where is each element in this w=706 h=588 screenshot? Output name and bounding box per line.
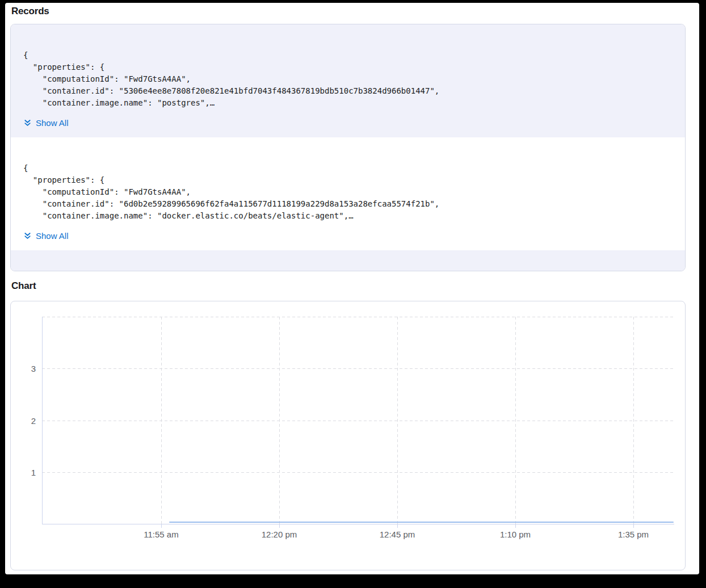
records-card[interactable]: { "properties": { "computationId": "Fwd7…: [10, 24, 686, 271]
chart-plot[interactable]: 12311:55 am12:20 pm12:45 pm1:10 pm1:35 p…: [11, 301, 685, 570]
record-row: { "properties": { "computationId": "Fwd7…: [11, 24, 685, 137]
x-axis-tick-label: 1:35 pm: [618, 530, 649, 539]
series-line: [169, 522, 674, 523]
show-all-label: Show All: [36, 231, 69, 241]
double-chevron-down-icon: [23, 232, 32, 240]
chart-section-title: Chart: [11, 280, 36, 292]
y-axis-line: [42, 317, 43, 524]
x-axis-tick-label: 1:10 pm: [500, 530, 531, 539]
gridline-vertical: [633, 317, 634, 524]
record-json: { "properties": { "computationId": "Fwd7…: [23, 49, 671, 109]
record-json: { "properties": { "computationId": "Fwd7…: [23, 162, 671, 222]
x-axis-tick: [161, 524, 162, 528]
gridline-horizontal: [42, 421, 674, 421]
record-row: { "properties": { "computationId": "Fwd7…: [11, 137, 685, 250]
x-axis-line: [42, 524, 674, 524]
gridline-vertical: [279, 317, 280, 524]
x-axis-tick-label: 12:45 pm: [380, 530, 415, 539]
x-axis-tick: [397, 524, 398, 528]
x-axis-tick: [515, 524, 516, 528]
gridline-horizontal: [42, 317, 674, 317]
gridline-horizontal: [42, 368, 674, 369]
y-axis-tick-label: 3: [11, 364, 36, 373]
page: Records { "properties": { "computationId…: [5, 3, 699, 574]
show-all-link[interactable]: Show All: [23, 118, 69, 128]
gridline-vertical: [515, 317, 516, 524]
y-axis-tick-label: 2: [11, 415, 36, 425]
chart-card: 12311:55 am12:20 pm12:45 pm1:10 pm1:35 p…: [10, 301, 686, 570]
x-axis-tick-label: 12:20 pm: [262, 530, 297, 539]
gridline-horizontal: [42, 472, 674, 473]
x-axis-tick: [279, 524, 280, 528]
show-all-label: Show All: [36, 118, 69, 128]
records-section-title: Records: [11, 6, 49, 17]
x-axis-tick-label: 11:55 am: [144, 530, 178, 539]
y-axis-tick-label: 1: [11, 467, 36, 477]
record-row-partial: [11, 250, 685, 271]
show-all-link[interactable]: Show All: [23, 231, 69, 241]
double-chevron-down-icon: [23, 119, 32, 127]
gridline-vertical: [161, 317, 162, 524]
x-axis-tick: [633, 524, 634, 528]
gridline-vertical: [397, 317, 398, 524]
